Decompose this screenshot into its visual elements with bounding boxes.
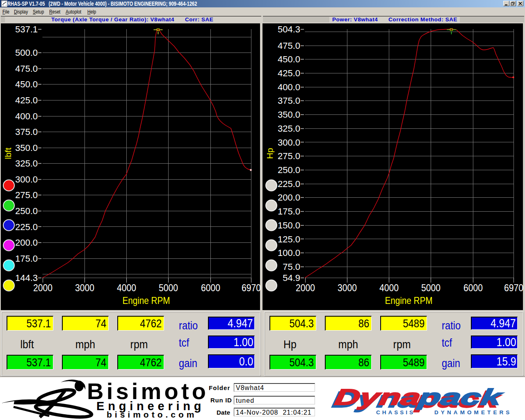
- svg-text:Hp: Hp: [265, 148, 274, 159]
- svg-text:250.0: 250.0: [278, 165, 300, 175]
- svg-text:175.0: 175.0: [15, 253, 38, 264]
- svg-text:150.0: 150.0: [278, 220, 300, 231]
- svg-text:300.0: 300.0: [278, 137, 300, 148]
- svg-text:144.3: 144.3: [15, 273, 38, 283]
- svg-text:54.9: 54.9: [283, 273, 300, 283]
- svg-text:425.0: 425.0: [15, 95, 38, 105]
- svg-text:6000: 6000: [201, 282, 220, 293]
- svg-text:225.0: 225.0: [278, 179, 300, 189]
- svg-text:75.0: 75.0: [283, 262, 300, 272]
- svg-text:350.0: 350.0: [278, 110, 300, 120]
- svg-text:300.0: 300.0: [15, 174, 38, 185]
- svg-text:450.0: 450.0: [15, 79, 38, 89]
- svg-text:425.0: 425.0: [278, 68, 300, 78]
- svg-text:6970: 6970: [242, 282, 261, 293]
- svg-text:400.0: 400.0: [278, 82, 300, 92]
- svg-text:4000: 4000: [379, 282, 399, 293]
- svg-text:200.0: 200.0: [15, 237, 38, 248]
- svg-text:537.1: 537.1: [15, 24, 38, 34]
- svg-text:bisimoto.com: bisimoto.com: [107, 410, 197, 419]
- svg-text:2000: 2000: [296, 282, 315, 293]
- svg-text:325.0: 325.0: [278, 123, 300, 134]
- svg-text:500.0: 500.0: [15, 48, 38, 58]
- svg-text:4000: 4000: [117, 282, 136, 293]
- svg-text:pack: pack: [416, 384, 505, 410]
- svg-text:250.0: 250.0: [15, 206, 38, 216]
- svg-text:504.3: 504.3: [278, 24, 300, 34]
- svg-text:400.0: 400.0: [15, 111, 38, 121]
- svg-text:Engine RPM: Engine RPM: [123, 295, 170, 306]
- svg-text:3000: 3000: [75, 282, 94, 293]
- svg-text:375.0: 375.0: [278, 96, 300, 106]
- svg-text:350.0: 350.0: [15, 143, 38, 153]
- svg-text:lbft: lbft: [3, 148, 13, 159]
- svg-text:DYNAMOMETERS: DYNAMOMETERS: [434, 409, 512, 415]
- svg-text:475.0: 475.0: [278, 41, 300, 51]
- svg-text:275.0: 275.0: [15, 190, 38, 200]
- svg-text:100.0: 100.0: [278, 248, 300, 258]
- svg-text:175.0: 175.0: [278, 206, 300, 217]
- svg-text:Dyna: Dyna: [333, 384, 422, 409]
- svg-text:CHASSIS: CHASSIS: [376, 409, 415, 415]
- svg-text:375.0: 375.0: [15, 127, 38, 137]
- svg-text:325.0: 325.0: [15, 158, 38, 169]
- svg-text:2000: 2000: [33, 282, 52, 293]
- svg-text:5000: 5000: [159, 282, 178, 293]
- svg-text:5000: 5000: [421, 282, 441, 293]
- svg-text:Engine RPM: Engine RPM: [385, 295, 433, 306]
- svg-text:6970: 6970: [504, 282, 523, 293]
- svg-text:6000: 6000: [463, 282, 483, 293]
- svg-text:225.0: 225.0: [15, 222, 38, 232]
- svg-text:125.0: 125.0: [278, 234, 300, 244]
- svg-text:3000: 3000: [338, 282, 357, 293]
- svg-text:475.0: 475.0: [15, 64, 38, 74]
- svg-text:450.0: 450.0: [278, 54, 300, 64]
- svg-text:200.0: 200.0: [278, 192, 300, 203]
- svg-text:275.0: 275.0: [278, 151, 300, 161]
